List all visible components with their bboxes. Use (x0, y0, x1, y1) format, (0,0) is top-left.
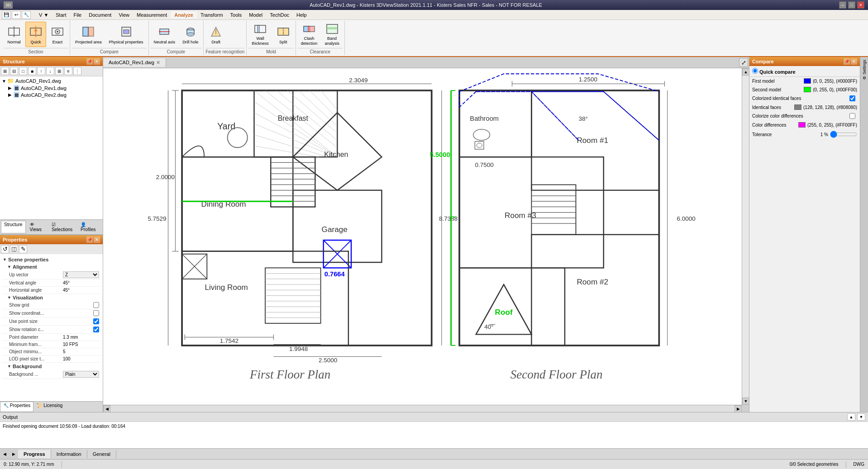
maximize-button[interactable]: □ (848, 1, 855, 9)
output-panel: Output ▲ ▼ Finished opening document 10:… (0, 412, 868, 448)
drill-hole-button[interactable]: Drill hole (179, 22, 201, 47)
menu-help[interactable]: Help (293, 11, 310, 19)
draft-button[interactable]: Draft (205, 22, 226, 47)
panel-nav-structure[interactable]: Structure (1, 221, 26, 233)
clash-detection-button[interactable]: Clashdetection (298, 22, 321, 47)
scroll-up-button[interactable]: ▲ (742, 68, 749, 76)
color-diff-value: (255, 0, 255), (#FF00FF) (807, 123, 857, 128)
viewport-vscrollbar[interactable]: ▲ ▼ (742, 68, 749, 405)
quick-compare-radio[interactable] (752, 68, 758, 74)
tolerance-slider[interactable] (830, 131, 857, 138)
quick-button[interactable]: Quick (25, 22, 46, 47)
scroll-left-button[interactable]: ◀ (103, 405, 110, 412)
panel-nav-selections[interactable]: ☑ Selections (48, 221, 76, 233)
visualization-header[interactable]: ▼ Visualization (2, 294, 101, 301)
viewer-expand-button[interactable]: ⤢ (739, 58, 748, 67)
prop-edit-button[interactable]: ✎ (19, 245, 27, 253)
structure-close-button[interactable]: ✕ (94, 58, 100, 65)
scroll-right-button[interactable]: ▶ (734, 405, 742, 412)
structure-unpin-button[interactable]: 📌 (86, 58, 93, 65)
bottom-tab-progress[interactable]: Progress (18, 450, 51, 458)
prop-tab-licensing[interactable]: 📜 Licensing (33, 402, 66, 412)
output-prev-button[interactable]: ◀ (0, 449, 9, 459)
struct-expand-button[interactable]: □ (19, 67, 27, 75)
struct-collapse-button[interactable]: ■ (28, 67, 36, 75)
properties-unpin-button[interactable]: 📌 (86, 237, 93, 243)
properties-close-button[interactable]: ✕ (94, 237, 100, 243)
band-analysis-button[interactable]: Bandanalysis (321, 22, 343, 47)
menu-measurement[interactable]: Measurement (133, 11, 171, 19)
neutral-axis-button[interactable]: Neutral axis (151, 22, 179, 47)
prop-toggle-button[interactable]: ◫ (10, 245, 18, 253)
alignment-header[interactable]: ▼ Alignment (2, 263, 101, 270)
menu-view[interactable]: View (115, 11, 133, 19)
colorized-identical-checkbox[interactable] (849, 95, 855, 101)
menu-model[interactable]: Model (245, 11, 266, 19)
split-button[interactable]: Split (273, 22, 294, 47)
physical-properties-button[interactable]: Physical properties (106, 22, 147, 47)
tree-item-rev1[interactable]: ▶ ▦ AutoCAD_Rev1.dwg (1, 85, 102, 91)
svg-point-16 (187, 33, 194, 36)
projected-area-button[interactable]: Projected area (72, 22, 105, 47)
bottom-tab-information[interactable]: Information (51, 450, 87, 458)
scroll-vtrack[interactable] (742, 76, 749, 398)
ribbon-group-clearance: Clashdetection Bandanalysis Clearance (296, 21, 345, 55)
scene-properties-header[interactable]: ▼ Scene properties (2, 256, 101, 263)
svg-text:38°: 38° (579, 115, 588, 122)
show-rotation-checkbox[interactable] (93, 327, 99, 332)
minimize-button[interactable]: ─ (839, 1, 846, 9)
prop-background-mode: Background ... PlainGradient (2, 370, 101, 379)
scroll-down-button[interactable]: ▼ (742, 398, 749, 405)
struct-extra1-button[interactable]: ⋮ (73, 67, 81, 75)
menu-start[interactable]: Start (52, 11, 70, 19)
compare-unpin-button[interactable]: 📌 (844, 58, 850, 65)
sidebar-settings-button[interactable]: ⚙ Settings (861, 58, 868, 82)
menu-techdoc[interactable]: TechDoc (266, 11, 293, 19)
menu-transform[interactable]: Transform (197, 11, 227, 19)
panel-nav-profiles[interactable]: 👤 Profiles (77, 221, 102, 233)
viewer-tab-close[interactable]: ✕ (156, 60, 160, 66)
normal-button[interactable]: Normal (4, 22, 24, 47)
panel-nav-views[interactable]: 👁 Views (27, 221, 48, 233)
compare-close-button[interactable]: ✕ (851, 58, 857, 65)
use-point-size-checkbox[interactable] (93, 318, 99, 324)
bg-mode-select[interactable]: PlainGradient (63, 371, 99, 378)
exact-button[interactable]: Exact (47, 22, 68, 47)
menu-tools[interactable]: Tools (227, 11, 246, 19)
qa-redo-button[interactable]: 🔧 (22, 11, 31, 19)
show-grid-checkbox[interactable] (93, 302, 99, 308)
output-scroll-down[interactable]: ▼ (857, 413, 865, 421)
output-next-button[interactable]: ▶ (9, 449, 18, 459)
menu-document[interactable]: Document (85, 11, 115, 19)
viewport[interactable]: Yard (103, 68, 749, 412)
prop-tab-properties[interactable]: 🔧 Properties (0, 402, 33, 412)
close-button[interactable]: ✕ (857, 1, 864, 9)
tree-item-root[interactable]: ▼ 📁 AutoCAD_Rev1.dwg (1, 77, 102, 85)
bottom-tab-general[interactable]: General (87, 450, 116, 458)
colorize-diff-checkbox[interactable] (849, 113, 855, 119)
viewer-tab-autocad[interactable]: AutoCAD_Rev1.dwg ✕ (103, 58, 166, 67)
menu-v[interactable]: V ▼ (35, 11, 52, 19)
viewport-hscrollbar[interactable]: ◀ ▶ (103, 405, 742, 412)
tree-item-rev2[interactable]: ▶ ▦ AutoCAD_Rev2.dwg (1, 91, 102, 98)
menu-file[interactable]: File (70, 11, 86, 19)
compare-panel: Compare 📌 ✕ Quick compare First model (0… (749, 57, 860, 412)
prop-refresh-button[interactable]: ↺ (1, 245, 9, 253)
struct-down-button[interactable]: ↓ (46, 67, 54, 75)
up-vector-select[interactable]: ZYX (63, 271, 99, 278)
qa-save-button[interactable]: 💾 (2, 11, 11, 19)
background-header[interactable]: ▼ Background (2, 363, 101, 370)
struct-grid-button[interactable]: ⊞ (55, 67, 63, 75)
show-coordinates-checkbox[interactable] (93, 310, 99, 316)
compute-group-items: Neutral axis Drill hole (151, 22, 202, 47)
struct-remove-button[interactable]: ⊟ (10, 67, 18, 75)
window-controls[interactable]: ─ □ ✕ (839, 1, 864, 9)
qa-undo-button[interactable]: ↩ (12, 11, 21, 19)
output-scroll-up[interactable]: ▲ (847, 413, 855, 421)
struct-add-button[interactable]: ⊞ (1, 67, 9, 75)
wall-thickness-button[interactable]: Wallthickness (248, 22, 272, 47)
output-title: Output (3, 414, 18, 420)
struct-list-button[interactable]: ≡ (64, 67, 72, 75)
struct-up-button[interactable]: ↑ (37, 67, 45, 75)
menu-analyze[interactable]: Analyze (171, 11, 197, 19)
